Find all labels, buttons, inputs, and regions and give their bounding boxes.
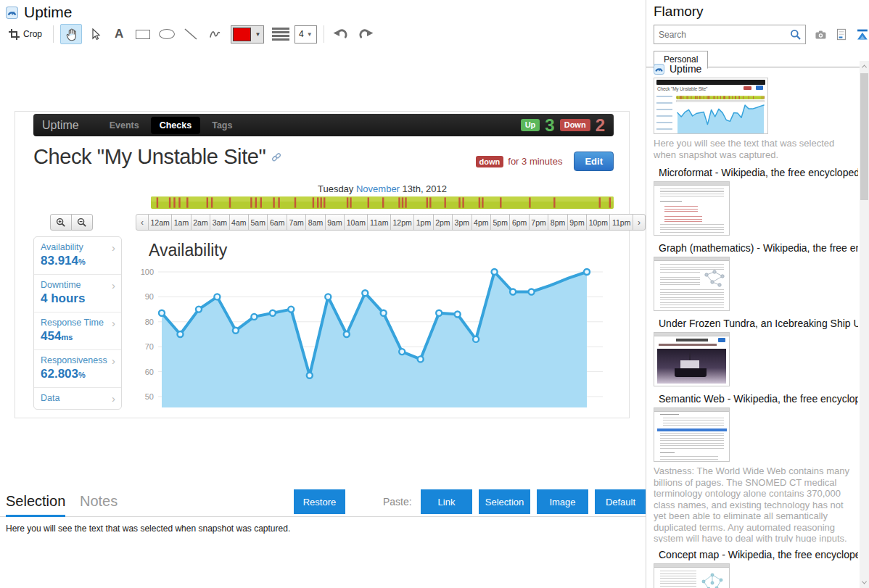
hour-button-10pm[interactable]: 10pm [586,214,610,231]
item-header[interactable]: Uptime [654,63,858,75]
hour-button-9am[interactable]: 9am [325,214,345,231]
camera-icon[interactable] [815,29,827,41]
svg-text:80: 80 [145,318,154,326]
thumbnail[interactable] [654,181,730,236]
thumbnail[interactable] [654,257,730,311]
nav-brand[interactable]: Uptime [42,119,79,132]
hour-button-10am[interactable]: 10am [344,214,368,231]
color-picker[interactable]: ▼ [231,25,264,44]
color-dropdown-arrow-icon[interactable]: ▼ [252,26,263,43]
nav-item-tags[interactable]: Tags [203,117,241,134]
crop-button[interactable]: Crop [4,24,46,44]
edit-button[interactable]: Edit [574,152,614,171]
nav-item-events[interactable]: Events [101,117,148,134]
zoom-out-icon [77,218,87,228]
hours-prev-button[interactable]: ‹ [136,214,149,231]
decor [660,452,675,455]
nav-status-counts: Up 3 Down 2 [521,117,605,134]
hand-tool-button[interactable] [60,24,82,44]
date-month-link[interactable]: November [356,183,400,194]
stroke-size-dropdown[interactable]: 4 ▼ [295,25,317,44]
hour-button-9pm[interactable]: 9pm [567,214,587,231]
hour-button-5pm[interactable]: 5pm [490,214,510,231]
item-header[interactable]: Concept map - Wikipedia, the free encycl… [654,549,858,560]
tab-selection[interactable]: Selection [6,487,65,517]
hour-button-2am[interactable]: 2am [191,214,210,231]
search-input[interactable] [654,29,783,41]
item-title: Semantic Web - Wikipedia, the free encyc… [659,393,858,405]
hour-button-12pm[interactable]: 12pm [390,214,414,231]
item-header[interactable]: Graph (mathematics) - Wikipedia, the fre… [654,242,858,254]
select-tool-button[interactable] [84,24,106,44]
zoom-in-icon [56,218,66,228]
stat-response-time[interactable]: Response Time 454ms › [34,312,121,350]
sidebar-search-row [654,25,869,44]
hour-button-3am[interactable]: 3am [210,214,229,231]
scroll-up-button[interactable] [860,61,869,72]
nav-item-checks[interactable]: Checks [151,117,200,134]
permalink-icon[interactable] [271,152,281,162]
hour-button-2pm[interactable]: 2pm [433,214,453,231]
decor [659,344,717,346]
chevron-right-icon: › [112,355,115,367]
thumbnail[interactable]: Check "My Unstable Site" [654,78,768,134]
list-item-concept-map: Concept map - Wikipedia, the free encycl… [654,549,861,588]
rectangle-tool-button[interactable] [132,24,154,44]
hour-button-7pm[interactable]: 7pm [529,214,548,231]
down-count: 2 [596,117,605,134]
redo-button[interactable] [355,24,376,44]
stat-availability[interactable]: Availability 83.914% › [34,237,121,275]
svg-text:100: 100 [141,268,154,276]
hour-button-1pm[interactable]: 1pm [413,214,433,231]
hour-button-4am[interactable]: 4am [229,214,249,231]
decor [718,338,725,342]
ellipse-tool-button[interactable] [156,24,178,44]
line-tool-button[interactable] [180,24,202,44]
thumbnail[interactable] [654,563,730,588]
zoom-in-button[interactable] [50,214,72,231]
scrollbar-thumb[interactable] [860,73,868,200]
hour-button-6pm[interactable]: 6pm [509,214,529,231]
stat-downtime[interactable]: Downtime 4 hours › [34,275,121,312]
scroll-down-button[interactable] [860,577,869,588]
flamory-logo-icon[interactable] [856,28,869,41]
hour-button-6am[interactable]: 6am [267,214,287,231]
hour-button-12am[interactable]: 12am [148,214,172,231]
uptime-timeline-bar[interactable] [151,196,614,209]
hour-button-8am[interactable]: 8am [305,214,325,231]
item-header[interactable]: Microformat - Wikipedia, the free encycl… [654,167,858,178]
text-tool-button[interactable]: A [108,24,130,44]
decor [698,571,727,588]
hour-button-3pm[interactable]: 3pm [452,214,471,231]
stat-responsiveness[interactable]: Responsiveness 62.803% › [34,350,121,388]
toolbar-separator [324,25,324,43]
paste-image-button[interactable]: Image [537,489,588,514]
item-header[interactable]: Under Frozen Tundra, an Icebreaking Ship… [654,318,858,329]
decor [675,368,707,377]
undo-button[interactable] [331,24,353,44]
hour-button-4pm[interactable]: 4pm [471,214,491,231]
hour-button-8pm[interactable]: 8pm [548,214,567,231]
hour-button-1am[interactable]: 1am [171,214,191,231]
freehand-tool-button[interactable] [204,24,226,44]
hour-button-5am[interactable]: 5am [248,214,268,231]
paste-link-button[interactable]: Link [421,489,472,514]
paste-default-button[interactable]: Default [595,489,646,514]
item-header[interactable]: Semantic Web - Wikipedia, the free encyc… [654,393,858,405]
stat-data[interactable]: Data › [34,388,121,409]
restore-button[interactable]: Restore [294,489,345,514]
hour-button-11pm[interactable]: 11pm [609,214,633,231]
zoom-out-button[interactable] [71,214,93,231]
paste-selection-button[interactable]: Selection [479,489,530,514]
document-icon[interactable] [836,28,847,41]
thumbnail[interactable] [654,407,730,462]
decor [654,182,729,186]
search-icon[interactable] [790,29,802,41]
hour-button-7am[interactable]: 7am [287,214,306,231]
thumbnail[interactable] [654,332,730,386]
tab-notes[interactable]: Notes [80,487,118,517]
hour-button-11am[interactable]: 11am [367,214,391,231]
sidebar-scrollbar[interactable] [860,61,869,588]
hours-next-button[interactable]: › [633,214,646,231]
check-title-text: Check "My Unstable Site" [33,145,265,169]
